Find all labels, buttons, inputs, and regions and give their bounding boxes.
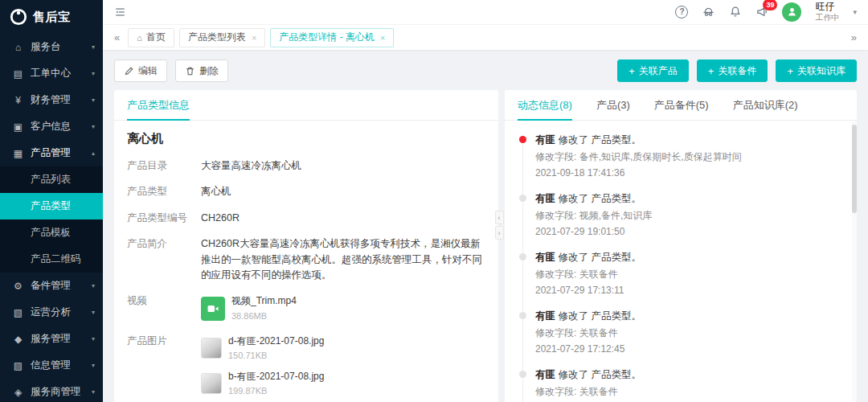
tab-home[interactable]: ⌂ 首页 — [128, 28, 174, 47]
collapse-left-icon[interactable]: ‹ — [495, 211, 504, 224]
brand-logo-icon — [10, 8, 27, 26]
product-info-card: 产品类型信息 离心机 产品目录 大容量高速冷冻离心机 产品类型 离心机 — [114, 90, 498, 402]
sidebar-item-info-mgmt[interactable]: ▨ 信息管理 ▾ — [0, 352, 103, 379]
link-spare-part-button[interactable]: + 关联备件 — [697, 59, 768, 82]
timeline-dot — [519, 312, 526, 319]
activity-item: 有匪 修改了 产品类型。 修改字段: 关联备件 2021-07-29 17:13… — [519, 251, 844, 296]
activity-item: 有匪 修改了 产品类型。 修改字段: 关联备件 2021-07-29 17:12… — [519, 310, 844, 355]
service-desk-icon: ⌂ — [11, 42, 25, 53]
sidebar-item-products[interactable]: ▦ 产品管理 ▴ — [0, 140, 103, 166]
page-content: 编辑 删除 + 关联产品 + — [103, 50, 868, 402]
tab-product-type-info[interactable]: 产品类型信息 — [127, 90, 190, 120]
main-area: ? 39 旺仔 工作中 ▾ — [103, 0, 868, 402]
link-product-button[interactable]: + 关联产品 — [617, 59, 689, 82]
scrollbar-thumb[interactable] — [852, 125, 857, 213]
image-file[interactable]: b-有匪-2021-07-08.jpg 199.87KB — [201, 369, 485, 399]
delete-button[interactable]: 删除 — [175, 59, 228, 82]
sidebar-item-analytics[interactable]: ▧ 运营分析 ▾ — [0, 299, 103, 326]
announcement-icon[interactable]: 39 — [755, 6, 768, 18]
field-row: 产品简介 CH260R大容量高速冷冻离心机获得多项专利技术，是湘仪最新推出的一款… — [127, 236, 485, 283]
sidebar: 售后宝 ⌂ 服务台 ▾ ▤ 工单中心 ▾ ¥ 财务管理 ▾ ▣ 客户信息 ▾ — [0, 0, 103, 402]
tab-products[interactable]: 产品(3) — [596, 90, 630, 120]
help-icon[interactable]: ? — [675, 6, 688, 18]
tab-spare-parts[interactable]: 产品备件(5) — [654, 90, 709, 120]
tab-product-type-detail[interactable]: 产品类型详情 - 离心机 × — [270, 28, 394, 47]
analytics-icon: ▧ — [11, 307, 25, 318]
sidebar-subitem-product-type[interactable]: 产品类型 — [0, 193, 103, 219]
video-icon — [201, 297, 225, 321]
user-menu[interactable]: 旺仔 工作中 — [815, 2, 839, 22]
sidebar-subitem-product-template[interactable]: 产品模板 — [0, 219, 103, 246]
tabs-scroll-left-icon[interactable]: « — [111, 31, 123, 43]
user-avatar[interactable] — [782, 2, 801, 22]
service-mgmt-icon: ◆ — [11, 334, 25, 345]
notification-badge: 39 — [763, 0, 777, 10]
product-info-body: 离心机 产品目录 大容量高速冷冻离心机 产品类型 离心机 产品类型编号 CH26… — [114, 121, 498, 402]
tabs-scroll-right-icon[interactable]: » — [848, 31, 860, 43]
edit-icon — [124, 66, 134, 76]
activity-card: 动态信息(8) 产品(3) 产品备件(5) 产品知识库(2) 有匪 修改了 产品… — [505, 90, 857, 402]
trash-icon — [185, 66, 195, 76]
product-info-tabs: 产品类型信息 — [114, 90, 498, 121]
video-file-meta: 视频_Trim.mp4 38.86MB — [231, 293, 297, 323]
page-tabbar: « ⌂ 首页 产品类型列表 × 产品类型详情 - 离心机 × » — [103, 24, 868, 50]
user-menu-caret-icon[interactable]: ▾ — [853, 8, 857, 16]
sidebar-item-work-orders[interactable]: ▤ 工单中心 ▾ — [0, 60, 103, 87]
panel-splitter: ‹ › — [494, 211, 504, 240]
image-thumbnail — [201, 338, 222, 359]
scrollbar-track — [852, 121, 857, 402]
field-row: 产品类型编号 CH260R — [127, 211, 485, 226]
activity-item: 有匪 修改了 产品类型。 修改字段: 视频,备件,知识库 2021-07-29 … — [519, 192, 844, 237]
image-file[interactable]: d-有匪-2021-07-08.jpg 150.71KB — [201, 334, 485, 363]
chevron-down-icon: ▾ — [92, 96, 95, 104]
sidebar-item-service-mgmt[interactable]: ◆ 服务管理 ▾ — [0, 326, 103, 352]
home-icon: ⌂ — [137, 33, 142, 43]
chevron-down-icon: ▾ — [92, 70, 95, 77]
sidebar-item-service-desk[interactable]: ⌂ 服务台 ▾ — [0, 34, 103, 60]
tab-activity-feed[interactable]: 动态信息(8) — [518, 90, 572, 120]
product-type-title: 离心机 — [127, 131, 485, 146]
activity-timeline: 有匪 修改了 产品类型。 修改字段: 备件,知识库,质保期时长,质保起算时间 2… — [505, 121, 857, 402]
toolbar-left: 编辑 删除 — [114, 59, 228, 82]
activity-tabs: 动态信息(8) 产品(3) 产品备件(5) 产品知识库(2) — [505, 90, 857, 121]
brand-logo[interactable]: 售后宝 — [0, 0, 103, 34]
app-window: 售后宝 ⌂ 服务台 ▾ ▤ 工单中心 ▾ ¥ 财务管理 ▾ ▣ 客户信息 ▾ — [0, 0, 868, 402]
sidebar-subitem-product-list[interactable]: 产品列表 — [0, 166, 103, 193]
edit-button[interactable]: 编辑 — [114, 59, 167, 82]
tab-knowledge[interactable]: 产品知识库(2) — [733, 90, 798, 120]
sidebar-nav: ⌂ 服务台 ▾ ▤ 工单中心 ▾ ¥ 财务管理 ▾ ▣ 客户信息 ▾ ▦ 产品管 — [0, 34, 103, 402]
timeline-dot — [519, 371, 526, 378]
sidebar-item-finance[interactable]: ¥ 财务管理 ▾ — [0, 87, 103, 113]
plus-icon: + — [708, 66, 714, 76]
chevron-up-icon: ▴ — [92, 150, 95, 157]
tab-product-type-list[interactable]: 产品类型列表 × — [179, 28, 265, 47]
field-row: 产品目录 大容量高速冷冻离心机 — [127, 158, 485, 174]
chevron-down-icon: ▾ — [92, 282, 95, 289]
top-header: ? 39 旺仔 工作中 ▾ — [103, 0, 868, 24]
sidebar-subitem-product-qrcode[interactable]: 产品二维码 — [0, 246, 103, 273]
user-name: 旺仔 — [815, 2, 839, 13]
product-icon: ▦ — [11, 148, 25, 159]
collapse-right-icon[interactable]: › — [495, 226, 504, 240]
field-row: 产品类型 离心机 — [127, 184, 485, 199]
chevron-down-icon: ▾ — [92, 309, 95, 316]
info-mgmt-icon: ▨ — [11, 360, 25, 371]
incognito-icon[interactable] — [702, 6, 715, 18]
video-file[interactable]: 视频_Trim.mp4 38.86MB — [201, 293, 485, 323]
sidebar-item-customers[interactable]: ▣ 客户信息 ▾ — [0, 113, 103, 140]
finance-icon: ¥ — [11, 95, 25, 106]
notification-bell-icon[interactable] — [729, 6, 742, 18]
work-order-icon: ▤ — [11, 68, 25, 80]
close-icon[interactable]: × — [252, 33, 256, 43]
menu-fold-icon[interactable] — [114, 6, 126, 18]
chevron-down-icon: ▾ — [92, 43, 95, 51]
plus-icon: + — [628, 66, 635, 76]
header-actions: ? 39 旺仔 工作中 ▾ — [675, 2, 857, 22]
toolbar-right: + 关联产品 + 关联备件 + 关联知识库 — [617, 59, 857, 82]
sidebar-item-spare-parts[interactable]: ⚙ 备件管理 ▾ — [0, 273, 103, 299]
close-icon[interactable]: × — [380, 33, 385, 43]
link-knowledge-button[interactable]: + 关联知识库 — [776, 59, 857, 82]
video-field-row: 视频 视频_Trim.mp4 38.86MB — [127, 293, 485, 323]
sidebar-item-providers[interactable]: ◈ 服务商管理 ▾ — [0, 379, 103, 402]
user-status: 工作中 — [815, 13, 839, 23]
